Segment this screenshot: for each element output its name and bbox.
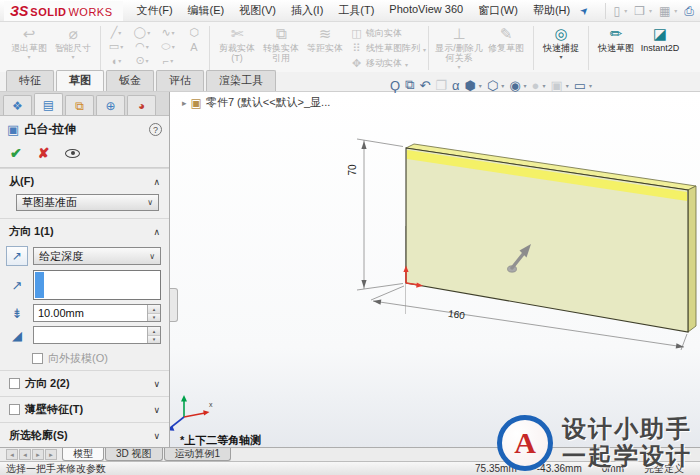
annotation-view-icon[interactable]: α bbox=[452, 78, 460, 93]
depth-value[interactable]: 10.00mm bbox=[34, 305, 147, 321]
scroll-right-icon[interactable]: ► bbox=[32, 449, 44, 460]
section-selected-contours-header[interactable]: 所选轮廓(S) ∨ bbox=[0, 422, 169, 447]
end-condition-dropdown[interactable]: 给定深度 ∨ bbox=[33, 247, 161, 265]
trim-entities-button[interactable]: ✄ 剪裁实体(T) bbox=[215, 25, 259, 63]
dimxpert-tab[interactable]: ⊕ bbox=[96, 95, 125, 115]
slot-tool-button[interactable]: ◖▾ bbox=[103, 54, 129, 67]
previous-view-icon[interactable]: ↶ bbox=[419, 78, 430, 93]
spline-tool-button[interactable]: ∿▾ bbox=[155, 26, 181, 39]
dropdown-arrow-icon[interactable]: ▾ bbox=[542, 82, 545, 89]
part-tree-item[interactable]: 零件7 (默认<<默认>_显... bbox=[206, 95, 330, 110]
view-settings-icon[interactable]: ▭ bbox=[574, 78, 586, 93]
linear-pattern-button[interactable]: ⠿ 线性草图阵列 ▾ bbox=[350, 42, 426, 55]
tab-sketch[interactable]: 草图 bbox=[56, 70, 104, 91]
new-document-icon[interactable]: ▯ bbox=[612, 4, 623, 18]
tab-evaluate[interactable]: 评估 bbox=[156, 70, 204, 91]
expand-arrow-icon[interactable]: ▸ bbox=[182, 98, 187, 108]
apply-scene-icon[interactable]: ▣ bbox=[550, 78, 562, 93]
ok-button[interactable]: ✔ bbox=[10, 145, 22, 161]
dropdown-arrow-icon[interactable]: ▾ bbox=[649, 7, 652, 14]
spin-down-icon[interactable]: ▾ bbox=[148, 314, 160, 322]
tab-render-tools[interactable]: 渲染工具 bbox=[206, 70, 276, 91]
pin-menu-icon[interactable]: ➤ bbox=[578, 4, 592, 18]
dropdown-arrow-icon[interactable]: ▾ bbox=[624, 7, 627, 14]
cancel-button[interactable]: ✘ bbox=[38, 145, 50, 161]
zoom-fit-icon[interactable]: Ϙ bbox=[390, 78, 400, 93]
instant2d-button[interactable]: ◪ Instant2D bbox=[638, 25, 682, 53]
view-orientation-icon[interactable]: ⬢ bbox=[465, 78, 476, 93]
tab-motion-study[interactable]: 运动算例1 bbox=[164, 448, 232, 461]
section-view-icon[interactable]: ❐ bbox=[435, 78, 447, 93]
flyout-feature-tree[interactable]: ▸ ▣ 零件7 (默认<<默认>_显... bbox=[182, 95, 330, 110]
direction-reference-box[interactable] bbox=[33, 270, 161, 300]
hide-show-items-icon[interactable]: ◉ bbox=[509, 78, 520, 93]
dropdown-arrow-icon[interactable]: ▾ bbox=[566, 82, 569, 89]
dropdown-arrow-icon[interactable]: ▾ bbox=[501, 82, 504, 89]
dropdown-arrow-icon[interactable]: ▾ bbox=[589, 82, 592, 89]
zoom-area-icon[interactable]: ⧉ bbox=[405, 77, 414, 93]
tab-3d-views[interactable]: 3D 视图 bbox=[105, 448, 163, 461]
menu-insert[interactable]: 插入(I) bbox=[291, 3, 323, 18]
convert-entities-button[interactable]: ⧉ 转换实体引用 bbox=[259, 25, 303, 63]
panel-collapse-handle[interactable] bbox=[170, 288, 178, 322]
line-tool-button[interactable]: ╱▾ bbox=[103, 26, 129, 39]
dimension-height-text[interactable]: 70 bbox=[347, 164, 358, 176]
spin-up-icon[interactable]: ▴ bbox=[148, 305, 160, 314]
exit-sketch-button[interactable]: ↩ 退出草图 ▾ bbox=[7, 25, 51, 61]
dropdown-arrow-icon[interactable]: ▾ bbox=[674, 7, 677, 14]
circle-tool-button[interactable]: ◯▾ bbox=[129, 26, 155, 39]
section-direction1-header[interactable]: 方向 1(1) ∧ bbox=[0, 218, 169, 244]
scroll-first-icon[interactable]: ◄ bbox=[6, 449, 18, 460]
start-condition-dropdown[interactable]: 草图基准面 ∨ bbox=[16, 194, 159, 211]
smart-dimension-button[interactable]: ⌀ 智能尺寸 ▾ bbox=[51, 25, 95, 61]
print-icon[interactable]: ⎙ bbox=[682, 4, 696, 18]
configurations-tab[interactable]: ⧉ bbox=[65, 95, 94, 115]
open-icon[interactable]: ❒ bbox=[632, 4, 647, 18]
section-thin-feature-header[interactable]: 薄壁特征(T) ∨ bbox=[0, 396, 169, 422]
display-style-icon[interactable]: ⬡ bbox=[487, 78, 498, 93]
plate-right-face[interactable] bbox=[688, 186, 696, 332]
draft-value[interactable] bbox=[34, 327, 147, 343]
direction2-checkbox[interactable] bbox=[9, 378, 20, 389]
depth-spinner[interactable]: 10.00mm ▴▾ bbox=[33, 304, 161, 322]
quick-snaps-button[interactable]: ◎ 快速捕捉 ▾ bbox=[539, 25, 583, 61]
draft-spinner[interactable]: ▴▾ bbox=[33, 326, 161, 344]
spin-up-icon[interactable]: ▴ bbox=[148, 327, 160, 336]
tab-sheet-metal[interactable]: 钣金 bbox=[106, 70, 154, 91]
spin-down-icon[interactable]: ▾ bbox=[148, 336, 160, 344]
menu-file[interactable]: 文件(F) bbox=[137, 3, 173, 18]
rapid-sketch-button[interactable]: ✏ 快速草图 bbox=[594, 25, 638, 53]
save-icon[interactable]: ▦ bbox=[657, 4, 672, 18]
rectangle-tool-button[interactable]: ▭▾ bbox=[103, 40, 129, 53]
edit-appearance-icon[interactable]: ● bbox=[532, 78, 540, 93]
menu-tools[interactable]: 工具(T) bbox=[338, 3, 374, 18]
tab-model[interactable]: 模型 bbox=[62, 448, 104, 461]
menu-window[interactable]: 窗口(W) bbox=[478, 3, 518, 18]
text-tool-button[interactable]: A bbox=[181, 40, 207, 53]
preview-eye-icon[interactable] bbox=[65, 149, 80, 158]
menu-edit[interactable]: 编辑(E) bbox=[188, 3, 225, 18]
menu-view[interactable]: 视图(V) bbox=[239, 3, 276, 18]
section-direction2-header[interactable]: 方向 2(2) ∨ bbox=[0, 370, 169, 396]
dropdown-arrow-icon[interactable]: ▾ bbox=[479, 82, 482, 89]
polygon-tool-button[interactable]: ⬡ bbox=[181, 26, 207, 39]
graphics-viewport[interactable]: ▸ ▣ 零件7 (默认<<默认>_显... 70 bbox=[170, 92, 700, 447]
point-tool-button[interactable]: ⊙▾ bbox=[129, 54, 155, 67]
dropdown-arrow-icon[interactable]: ▾ bbox=[524, 82, 527, 89]
displaymanager-tab[interactable]: ◕ bbox=[127, 95, 156, 115]
section-from-header[interactable]: 从(F) ∧ bbox=[0, 168, 169, 194]
repair-sketch-button[interactable]: ✎ 修复草图 bbox=[484, 25, 528, 53]
draft-outward-checkbox[interactable] bbox=[32, 353, 43, 364]
fillet-tool-button[interactable]: ⌐▾ bbox=[155, 54, 181, 67]
help-icon[interactable]: ? bbox=[149, 123, 162, 136]
mirror-entities-button[interactable]: ◫ 镜向实体 bbox=[350, 27, 426, 40]
tab-features[interactable]: 特征 bbox=[6, 70, 54, 91]
featuremanager-tab[interactable]: ❖ bbox=[3, 95, 32, 115]
thin-feature-checkbox[interactable] bbox=[9, 404, 20, 415]
display-relations-button[interactable]: ⊥ 显示/删除几何关系 ▾ bbox=[434, 25, 484, 71]
scroll-last-icon[interactable]: ► bbox=[45, 449, 57, 460]
reverse-direction-button[interactable]: ↗ bbox=[6, 246, 28, 266]
propertymanager-tab[interactable]: ▤ bbox=[34, 93, 63, 115]
move-entities-button[interactable]: ✥ 移动实体 ▾ bbox=[350, 57, 426, 70]
arc-tool-button[interactable]: ◠▾ bbox=[129, 40, 155, 53]
